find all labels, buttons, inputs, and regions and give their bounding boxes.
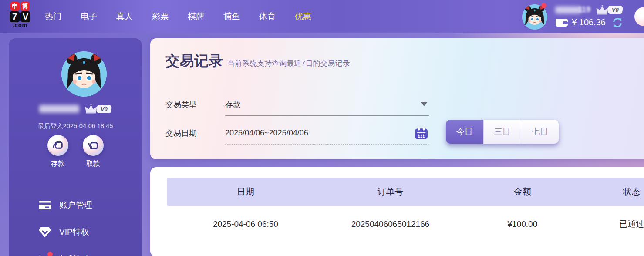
- sidebar-menu: 账户管理 VIP特权 红利红包: [38, 192, 134, 256]
- transaction-type-value: 存款: [225, 99, 241, 110]
- chevron-down-icon: [421, 102, 427, 106]
- last-login-text: 最后登入2025-04-06 18:45: [9, 122, 142, 130]
- range-button-7days[interactable]: 七日: [521, 120, 559, 144]
- logo-char-shen: 申: [10, 2, 20, 11]
- username-row: 119 V0: [555, 5, 623, 15]
- quick-actions: 存款 取款: [9, 135, 142, 168]
- nav-item-fishing[interactable]: 捕鱼: [223, 11, 240, 22]
- deposit-button[interactable]: 存款: [47, 135, 68, 168]
- cell-amount: ¥100.00: [456, 219, 588, 229]
- sidebar-item-label: 账户管理: [59, 199, 92, 211]
- withdraw-label: 取款: [86, 159, 100, 168]
- range-button-3days[interactable]: 三日: [483, 120, 521, 144]
- nav-item-hot[interactable]: 热门: [45, 11, 61, 22]
- user-avatar[interactable]: [522, 4, 547, 30]
- date-range-button-group: 今日 三日 七日: [446, 120, 559, 144]
- transaction-table-panel: 日期 订单号 金额 状态 2025-04-06 06:50 2025040606…: [150, 167, 644, 256]
- sidebar-item-vip-privileges[interactable]: VIP特权: [38, 219, 134, 246]
- table-row: 2025-04-06 06:50 20250406065012166 ¥100.…: [167, 206, 644, 243]
- range-button-today[interactable]: 今日: [446, 120, 483, 144]
- notification-dot: [541, 3, 546, 8]
- logo-char-v: V: [20, 11, 30, 22]
- packet-notification-dot: [47, 252, 53, 256]
- vip-diamond-icon: [38, 226, 51, 238]
- logo-7v-row: 7 V: [10, 11, 30, 22]
- logo-com-suffix: .com: [13, 23, 27, 28]
- username-blurred: [555, 7, 580, 13]
- sidebar: V0 最后登入2025-04-06 18:45 存款 取款: [9, 38, 142, 256]
- panel-title-row: 交易记录 当前系统支持查询最近7日的交易记录: [165, 51, 350, 71]
- main-content: 交易记录 当前系统支持查询最近7日的交易记录 交易类型 存款 交易日期 2025…: [150, 38, 644, 256]
- wallet-icon: [555, 17, 568, 28]
- nav-item-chess[interactable]: 棋牌: [188, 11, 204, 22]
- nav-item-sports[interactable]: 体育: [259, 11, 276, 22]
- nav-item-lottery[interactable]: 彩票: [152, 11, 169, 22]
- sidebar-vip-level-badge: V0: [96, 105, 112, 113]
- red-packet-icon: [38, 253, 51, 256]
- logo-brand-row: 申 博: [10, 2, 30, 11]
- refresh-balance-icon[interactable]: [612, 17, 623, 28]
- nav-item-slots[interactable]: 电子: [81, 11, 97, 22]
- support-floating-button[interactable]: [634, 7, 644, 26]
- site-logo[interactable]: 申 博 7 V .com: [10, 2, 30, 28]
- cell-order-no: 20250406065012166: [324, 219, 456, 229]
- logo-char-bo: 博: [20, 2, 30, 11]
- logo-char-7: 7: [10, 11, 20, 22]
- transaction-filter-panel: 交易记录 当前系统支持查询最近7日的交易记录 交易类型 存款 交易日期 2025…: [150, 38, 644, 159]
- sidebar-username-blurred: [39, 105, 79, 113]
- top-navbar: 申 博 7 V .com 热门 电子 真人 彩票 棋牌 捕鱼 体育 优惠 119: [0, 0, 644, 33]
- transaction-date-value: 2025/04/06~2025/04/06: [225, 128, 308, 138]
- withdraw-button[interactable]: 取款: [83, 135, 104, 168]
- bank-card-icon: [38, 199, 51, 211]
- deposit-icon: [47, 135, 68, 156]
- sidebar-vip-crown-icon: [84, 104, 98, 114]
- transaction-type-row: 交易类型 存款: [165, 93, 429, 116]
- column-header-order-no: 订单号: [324, 186, 456, 198]
- column-header-date: 日期: [167, 186, 324, 198]
- sidebar-avatar[interactable]: [61, 51, 107, 97]
- column-header-amount: 金额: [456, 186, 588, 198]
- cell-date: 2025-04-06 06:50: [167, 219, 324, 229]
- calendar-icon[interactable]: [415, 127, 428, 140]
- column-header-status: 状态: [589, 186, 644, 198]
- sidebar-item-label: 红利红包: [59, 253, 92, 256]
- deposit-label: 存款: [51, 159, 65, 168]
- withdraw-icon: [83, 135, 104, 156]
- transaction-date-input[interactable]: 2025/04/06~2025/04/06: [225, 122, 429, 145]
- transaction-type-select[interactable]: 存款: [225, 93, 429, 116]
- transaction-date-row: 交易日期 2025/04/06~2025/04/06: [165, 122, 429, 145]
- sidebar-item-account-management[interactable]: 账户管理: [38, 192, 134, 219]
- sidebar-avatar-image: [61, 51, 107, 97]
- username-digits: 119: [578, 5, 590, 14]
- vip-crown-icon: [596, 5, 609, 15]
- balance-amount: ¥ 106.36: [572, 17, 606, 27]
- nav-user-area: 119 V0 ¥ 106.36: [522, 0, 623, 33]
- nav-user-info: 119 V0 ¥ 106.36: [555, 5, 623, 28]
- nav-item-promotions[interactable]: 优惠: [295, 11, 311, 22]
- sidebar-item-label: VIP特权: [59, 226, 89, 238]
- table-header: 日期 订单号 金额 状态: [167, 178, 644, 206]
- nav-item-live[interactable]: 真人: [116, 11, 133, 22]
- sidebar-item-bonus-redpacket[interactable]: 红利红包: [38, 246, 134, 256]
- cell-status: 已通过: [589, 219, 644, 230]
- vip-level-badge: V0: [607, 6, 624, 14]
- nav-menu: 热门 电子 真人 彩票 棋牌 捕鱼 体育 优惠: [45, 0, 311, 33]
- page-subtitle: 当前系统支持查询最近7日的交易记录: [227, 58, 350, 68]
- page-title: 交易记录: [165, 51, 223, 71]
- transaction-type-label: 交易类型: [165, 99, 225, 110]
- sidebar-username-row: V0: [9, 104, 142, 114]
- balance-row: ¥ 106.36: [555, 17, 623, 28]
- transaction-date-label: 交易日期: [165, 128, 225, 138]
